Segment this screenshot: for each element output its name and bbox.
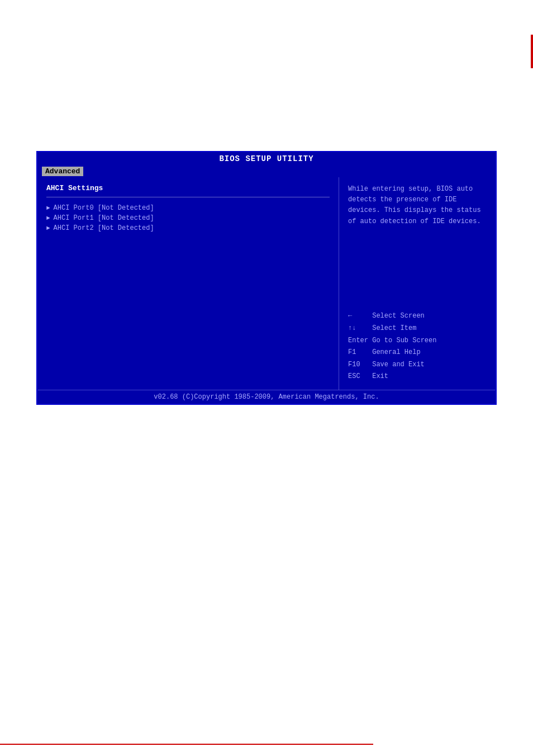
tab-advanced[interactable]: Advanced — [42, 167, 83, 176]
bios-window: BIOS SETUP UTILITY Advanced AHCI Setting… — [36, 151, 497, 405]
list-item[interactable]: ► AHCI Port1 [Not Detected] — [46, 213, 330, 223]
key-binding-select-item: ↑↓ Select Item — [348, 323, 487, 335]
section-title: AHCI Settings — [46, 184, 330, 192]
exit-label: Exit — [372, 372, 388, 380]
red-accent-bar — [531, 35, 533, 68]
arrow-icon: ► — [46, 205, 50, 211]
key-f10: F10 — [348, 359, 368, 371]
key-binding-f10: F10 Save and Exit — [348, 359, 487, 371]
save-exit-label: Save and Exit — [372, 361, 425, 368]
list-item[interactable]: ► AHCI Port0 [Not Detected] — [46, 203, 330, 213]
key-enter: Enter — [348, 335, 368, 347]
key-binding-esc: ESC Exit — [348, 371, 487, 383]
ahci-port1-label: AHCI Port1 [Not Detected] — [54, 214, 154, 222]
arrow-icon: ► — [46, 215, 50, 221]
bottom-red-line — [0, 744, 373, 745]
list-item[interactable]: ► AHCI Port2 [Not Detected] — [46, 223, 330, 233]
key-esc: ESC — [348, 371, 368, 383]
key-bindings: ← Select Screen ↑↓ Select Item Enter Go … — [348, 310, 487, 383]
bios-right-panel: While entering setup, BIOS auto detects … — [339, 177, 496, 390]
bios-title-text: BIOS SETUP UTILITY — [219, 154, 313, 163]
bios-footer-text: v02.68 (C)Copyright 1985-2009, American … — [154, 393, 379, 401]
ahci-port2-label: AHCI Port2 [Not Detected] — [54, 224, 154, 232]
ahci-port0-label: AHCI Port0 [Not Detected] — [54, 204, 154, 212]
key-binding-enter: Enter Go to Sub Screen — [348, 335, 487, 347]
general-help-label: General Help — [372, 348, 420, 356]
bios-left-panel: AHCI Settings ► AHCI Port0 [Not Detected… — [37, 177, 339, 390]
select-screen-label: Select Screen — [372, 312, 425, 320]
arrow-icon: ► — [46, 225, 50, 231]
key-left-arrow: ← — [348, 310, 368, 323]
key-f1: F1 — [348, 347, 368, 359]
help-description: While entering setup, BIOS auto detects … — [348, 184, 487, 227]
bios-content-area: AHCI Settings ► AHCI Port0 [Not Detected… — [37, 177, 496, 390]
bios-tab-bar: Advanced — [37, 166, 496, 177]
key-binding-select-screen: ← Select Screen — [348, 310, 487, 323]
go-to-sub-screen-label: Go to Sub Screen — [372, 337, 436, 344]
key-binding-f1: F1 General Help — [348, 347, 487, 359]
bios-footer: v02.68 (C)Copyright 1985-2009, American … — [37, 390, 496, 404]
select-item-label: Select Item — [372, 324, 416, 332]
key-up-down-arrow: ↑↓ — [348, 323, 368, 335]
tab-advanced-label: Advanced — [45, 167, 80, 176]
bios-title: BIOS SETUP UTILITY — [37, 152, 496, 166]
section-divider — [46, 197, 330, 197]
